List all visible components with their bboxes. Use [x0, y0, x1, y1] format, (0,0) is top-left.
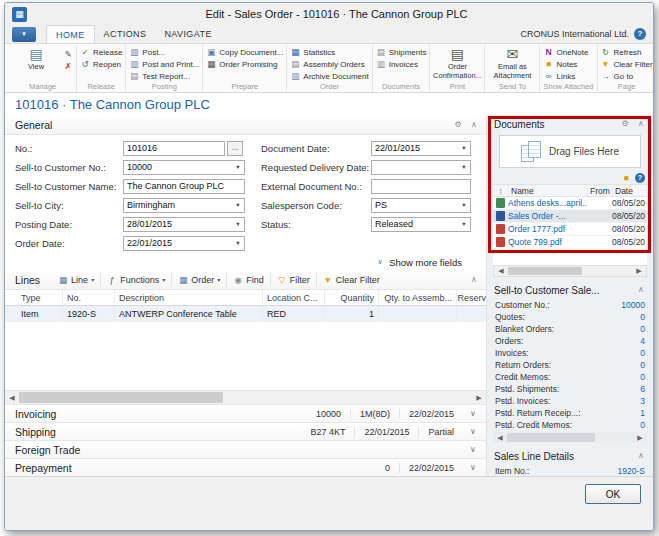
name-column-header[interactable]: Name — [508, 186, 587, 196]
requested-delivery-date-input[interactable] — [372, 162, 458, 172]
description-column-header[interactable]: Description — [115, 290, 263, 305]
file-name-link[interactable]: Order 1777.pdf — [508, 224, 587, 234]
order-date-field[interactable]: ▾ — [123, 236, 245, 251]
sell-to-city-input[interactable] — [124, 200, 232, 210]
location-column-header[interactable]: Location C... — [263, 290, 325, 305]
drag-files-dropzone[interactable]: Drag Files Here — [499, 135, 641, 168]
shipments-button[interactable]: ▤Shipments — [376, 46, 427, 58]
email-as-attachment-button[interactable]: ✉ Email as Attachment — [488, 46, 536, 80]
scroll-right-icon[interactable]: ▶ — [633, 434, 647, 442]
application-menu-button[interactable]: ▼ — [12, 27, 36, 42]
scroll-left-icon[interactable]: ◀ — [494, 267, 508, 275]
tab-navigate[interactable]: NAVIGATE — [155, 25, 220, 43]
dropdown-icon[interactable]: ▾ — [232, 220, 244, 228]
goto-button[interactable]: →Go to — [601, 70, 653, 82]
sell-to-customer-no-input[interactable] — [124, 162, 232, 172]
sell-to-customer-name-field[interactable] — [123, 179, 245, 194]
dropdown-icon[interactable]: ▾ — [232, 239, 244, 247]
no-assist-edit-button[interactable]: ... — [227, 141, 243, 156]
type-column-header[interactable]: Type — [17, 290, 63, 305]
foreign-trade-fasttab-header[interactable]: Foreign Trade ∨ — [5, 440, 486, 458]
dropdown-icon[interactable]: ▾ — [458, 220, 470, 228]
posting-date-input[interactable] — [124, 219, 232, 229]
cell-qty-to-assemble[interactable] — [379, 306, 457, 321]
no-field[interactable] — [123, 141, 225, 156]
customer-sales-header[interactable]: Sell-to Customer Sale... ∧ — [487, 281, 653, 299]
file-row[interactable]: Quote 799.pdf 08/05/20 — [493, 236, 647, 249]
order-promising-button[interactable]: ▦Order Promising — [206, 58, 283, 70]
sales-line-details-collapse-icon[interactable]: ∧ — [636, 451, 646, 461]
scrollbar-track[interactable] — [508, 266, 632, 276]
invoicing-fasttab-header[interactable]: Invoicing 10000 1M(8D) 22/02/2015 ∨ — [5, 404, 486, 422]
orders-value[interactable]: 4 — [640, 336, 645, 346]
lines-fasttab-header[interactable]: Lines ▦Line▾ ƒFunctions▾ ▦Order▾ ◉Find ▽… — [5, 270, 486, 290]
salesperson-code-field[interactable]: ▾ — [371, 198, 471, 213]
scrollbar-thumb[interactable] — [19, 392, 223, 403]
copy-document-button[interactable]: ▣Copy Document... — [206, 46, 283, 58]
no-input[interactable] — [124, 143, 224, 153]
order-confirmation-button[interactable]: ▤ Order Confirmation... — [433, 46, 481, 80]
general-fasttab-header[interactable]: General ⚙ ∧ — [5, 115, 486, 135]
test-report-button[interactable]: ▤Test Report... — [129, 70, 199, 82]
invoicing-expand-icon[interactable]: ∨ — [467, 409, 479, 418]
open-folder-icon[interactable]: ■ — [621, 173, 631, 183]
tab-actions[interactable]: ACTIONS — [95, 25, 156, 43]
dropdown-icon[interactable]: ▾ — [458, 144, 470, 152]
find-button[interactable]: ◉Find — [227, 273, 271, 287]
scrollbar-track[interactable] — [19, 391, 472, 404]
app-icon[interactable]: ▦ — [12, 7, 27, 22]
cell-no[interactable]: 1920-S — [63, 306, 115, 321]
requested-delivery-date-field[interactable]: ▾ — [371, 160, 471, 175]
tab-home[interactable]: HOME — [46, 25, 95, 43]
scrollbar-thumb[interactable] — [508, 267, 582, 275]
general-collapse-icon[interactable]: ∧ — [469, 120, 479, 130]
invoices-button[interactable]: ▥Invoices — [376, 58, 427, 70]
documents-horizontal-scrollbar[interactable]: ◀ ▶ — [493, 265, 647, 277]
shipping-expand-icon[interactable]: ∨ — [467, 427, 479, 436]
quotes-value[interactable]: 0 — [640, 312, 645, 322]
documents-settings-icon[interactable]: ⚙ — [620, 119, 630, 129]
salesperson-code-input[interactable] — [372, 200, 458, 210]
customer-sales-horizontal-scrollbar[interactable]: ◀ ▶ — [493, 432, 647, 443]
posting-date-field[interactable]: ▾ — [123, 217, 245, 232]
clear-filter-button[interactable]: ▼Clear Filter — [317, 273, 386, 287]
pstd-invoices-value[interactable]: 3 — [640, 396, 645, 406]
pstd-return-receipts-value[interactable]: 1 — [640, 408, 645, 418]
no-column-header[interactable]: No. — [63, 290, 115, 305]
shipping-fasttab-header[interactable]: Shipping B27 4KT 22/01/2015 Partial ∨ — [5, 422, 486, 440]
customer-no-value[interactable]: 10000 — [621, 300, 645, 310]
blanket-orders-value[interactable]: 0 — [640, 324, 645, 334]
from-column-header[interactable]: From — [587, 186, 612, 196]
quantity-column-header[interactable]: Quantity — [325, 290, 379, 305]
date-column-header[interactable]: Date — [612, 186, 647, 196]
file-name-link[interactable]: Sales Order -... — [508, 211, 587, 221]
credit-memos-value[interactable]: 0 — [640, 372, 645, 382]
assembly-orders-button[interactable]: ▤Assembly Orders — [290, 58, 368, 70]
dropdown-icon[interactable]: ▾ — [458, 201, 470, 209]
pstd-shipments-value[interactable]: 6 — [640, 384, 645, 394]
help-icon[interactable]: ? — [634, 28, 646, 40]
refresh-button[interactable]: ↻Refresh — [601, 46, 653, 58]
document-date-field[interactable]: ▾ — [371, 141, 471, 156]
links-button[interactable]: ∞Links — [543, 70, 588, 82]
statistics-button[interactable]: ▦Statistics — [290, 46, 368, 58]
table-row[interactable]: Item 1920-S ANTWERP Conference Table RED… — [5, 306, 486, 322]
lines-horizontal-scrollbar[interactable]: ◀ ▶ — [5, 390, 486, 404]
cell-reserved-qty[interactable] — [457, 306, 486, 321]
order-date-input[interactable] — [124, 238, 232, 248]
document-date-input[interactable] — [372, 143, 458, 153]
clear-filter-button[interactable]: ▼Clear Filter — [601, 58, 653, 70]
edit-button[interactable]: ✎ — [63, 48, 73, 60]
dropdown-icon[interactable]: ▾ — [458, 163, 470, 171]
reserved-qty-column-header[interactable]: Reserved Qu... — [457, 290, 486, 305]
post-button[interactable]: ▥Post... — [129, 46, 199, 58]
delete-button[interactable]: ✗ — [63, 60, 73, 72]
scroll-right-icon[interactable]: ▶ — [632, 267, 646, 275]
return-orders-value[interactable]: 0 — [640, 360, 645, 370]
sales-line-details-header[interactable]: Sales Line Details ∧ — [487, 447, 653, 465]
release-button[interactable]: ✓Release — [80, 46, 122, 58]
external-document-no-field[interactable] — [371, 179, 471, 194]
documents-collapse-icon[interactable]: ∧ — [636, 119, 646, 129]
lines-collapse-icon[interactable]: ∧ — [469, 275, 479, 285]
onenote-button[interactable]: NOneNote — [543, 46, 588, 58]
